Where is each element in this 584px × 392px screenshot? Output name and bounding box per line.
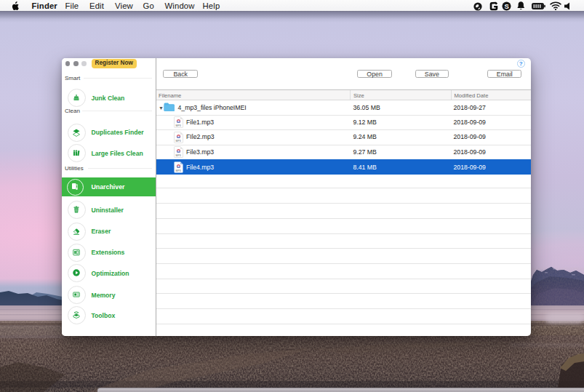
svg-text:MP3: MP3	[176, 169, 181, 172]
svg-text:MP3: MP3	[176, 125, 181, 128]
svg-text:MP3: MP3	[176, 140, 181, 143]
svg-text:MP3: MP3	[176, 154, 181, 157]
svg-text:S: S	[504, 2, 508, 10]
